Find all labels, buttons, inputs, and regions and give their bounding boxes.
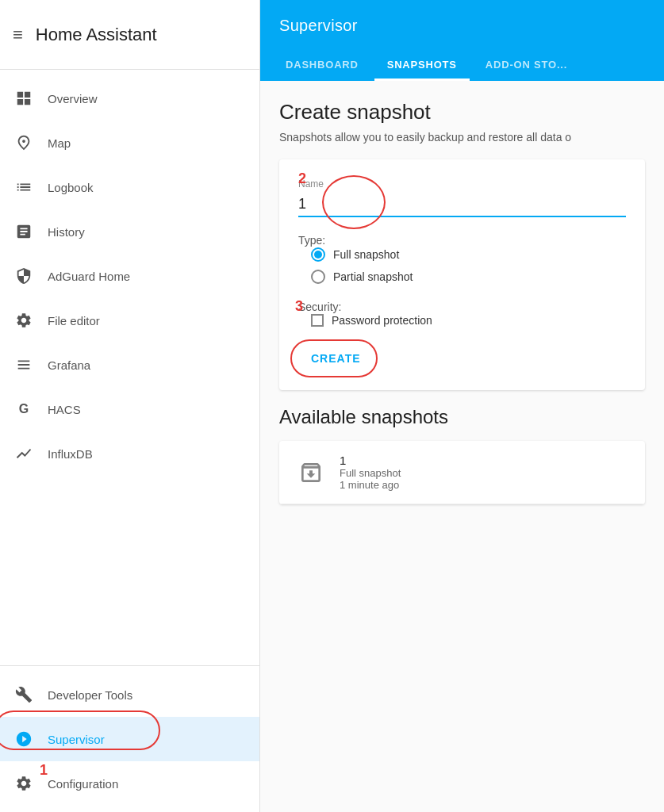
snapshot-time: 1 minute ago [340, 479, 401, 491]
sidebar-header: ≡ Home Assistant [0, 0, 259, 70]
sidebar-item-label: Developer Tools [48, 688, 132, 702]
annotation-num-2: 2 [298, 170, 306, 187]
sidebar-item-supervisor[interactable]: Supervisor 1 [0, 717, 259, 761]
tab-addon-store[interactable]: ADD-ON STO... [473, 51, 580, 81]
password-protection-item[interactable]: 3 Password protection [311, 314, 626, 327]
snapshot-list: 1 Full snapshot 1 minute ago [279, 441, 645, 504]
sidebar-item-hacs[interactable]: G HACS [0, 387, 259, 431]
radio-full-snapshot[interactable]: Full snapshot [311, 247, 626, 262]
snapshot-name: 1 [340, 454, 401, 467]
annotation-num-3: 3 [295, 298, 303, 315]
menu-icon[interactable]: ≡ [13, 25, 23, 45]
top-bar-title: Supervisor [279, 17, 358, 35]
configuration-icon [13, 775, 35, 792]
name-field: 2 Name [298, 178, 626, 217]
radio-partial-label: Partial snapshot [333, 270, 413, 283]
radio-group: Full snapshot Partial snapshot [311, 247, 626, 284]
type-label: Type: [298, 234, 325, 247]
supervisor-icon [13, 730, 35, 748]
sidebar-item-history[interactable]: History [0, 209, 259, 254]
snapshot-icon [295, 457, 327, 488]
sidebar-item-label: Grafana [48, 358, 90, 372]
sidebar-item-label: InfluxDB [48, 447, 93, 461]
tabs-bar: DASHBOARD SNAPSHOTS ADD-ON STO... [260, 51, 664, 81]
snapshot-name-input[interactable] [298, 193, 626, 217]
content-area: Create snapshot Snapshots allow you to e… [260, 81, 664, 812]
radio-full-label: Full snapshot [333, 248, 399, 261]
sidebar-item-fileeditor[interactable]: File editor [0, 298, 259, 343]
security-label: Security: [298, 301, 341, 313]
create-button-wrapper: CREATE [298, 346, 374, 371]
sidebar-item-overview[interactable]: Overview [0, 76, 259, 121]
sidebar-bottom: Developer Tools Supervisor 1 Configurati… [0, 665, 259, 812]
sidebar-item-developertools[interactable]: Developer Tools [0, 672, 259, 717]
create-button[interactable]: CREATE [298, 346, 374, 371]
type-field: Type: Full snapshot Partial snapshot [298, 233, 626, 284]
map-icon [13, 134, 35, 151]
snapshot-item[interactable]: 1 Full snapshot 1 minute ago [279, 441, 645, 504]
snapshot-type: Full snapshot [340, 467, 401, 479]
sidebar-item-influxdb[interactable]: InfluxDB [0, 431, 259, 476]
adguard-icon [13, 267, 35, 285]
security-field: Security: 3 Password protection [298, 300, 626, 327]
password-label: Password protection [332, 314, 432, 327]
sidebar-item-label: Map [48, 136, 71, 150]
sidebar-item-grafana[interactable]: Grafana [0, 343, 259, 387]
radio-partial-snapshot[interactable]: Partial snapshot [311, 270, 626, 284]
overview-icon [13, 90, 35, 107]
tab-dashboard[interactable]: DASHBOARD [273, 51, 371, 81]
sidebar-item-label: File editor [48, 314, 100, 327]
fileeditor-icon [13, 312, 35, 329]
sidebar-item-label: Logbook [48, 181, 94, 194]
sidebar: ≡ Home Assistant Overview Map Logbook [0, 0, 260, 812]
create-snapshot-desc: Snapshots allow you to easily backup and… [279, 131, 645, 144]
history-icon [13, 223, 35, 240]
sidebar-nav: Overview Map Logbook History [0, 70, 259, 665]
sidebar-item-label: Configuration [48, 777, 118, 791]
password-checkbox[interactable] [311, 314, 324, 327]
radio-full-circle [311, 247, 325, 262]
radio-partial-circle [311, 270, 325, 284]
sidebar-item-adguard[interactable]: AdGuard Home [0, 254, 259, 298]
snapshot-info: 1 Full snapshot 1 minute ago [340, 454, 401, 491]
hacs-icon: G [13, 402, 35, 416]
sidebar-item-label: AdGuard Home [48, 270, 130, 283]
sidebar-item-logbook[interactable]: Logbook [0, 165, 259, 209]
sidebar-item-label: Supervisor [48, 733, 105, 746]
logbook-icon [13, 178, 35, 196]
sidebar-item-label: History [48, 225, 85, 239]
influxdb-icon [13, 445, 35, 462]
sidebar-item-map[interactable]: Map [0, 121, 259, 165]
tab-snapshots[interactable]: SNAPSHOTS [374, 51, 470, 81]
sidebar-item-label: Overview [48, 92, 98, 105]
main-content: Supervisor DASHBOARD SNAPSHOTS ADD-ON ST… [260, 0, 664, 812]
sidebar-item-label: HACS [48, 403, 81, 416]
name-label: Name [298, 178, 626, 190]
top-bar: Supervisor [260, 0, 664, 51]
app-title: Home Assistant [36, 25, 157, 45]
grafana-icon [13, 356, 35, 373]
create-snapshot-title: Create snapshot [279, 100, 645, 124]
developertools-icon [13, 686, 35, 703]
available-snapshots-title: Available snapshots [279, 406, 645, 428]
create-snapshot-card: 2 Name Type: Full snapshot Partial snaps… [279, 159, 645, 390]
annotation-num-1: 1 [40, 762, 48, 779]
